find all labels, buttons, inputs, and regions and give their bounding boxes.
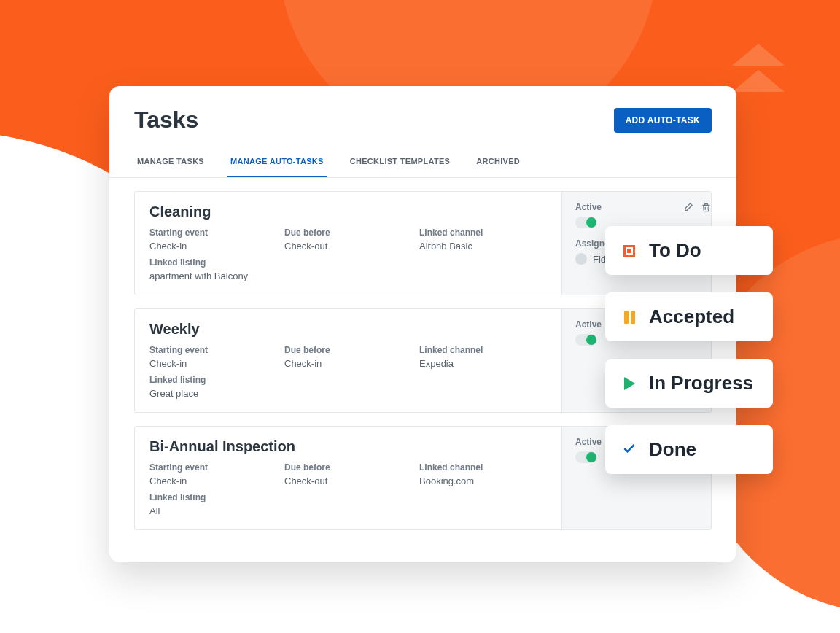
status-chip-todo[interactable]: To Do — [605, 226, 773, 275]
status-chips: To Do Accepted In Progress Done — [605, 226, 773, 474]
tabs: MANAGE TASKS MANAGE AUTO-TASKS CHECKLIST… — [109, 149, 736, 178]
active-toggle[interactable] — [575, 451, 597, 463]
task-title: Cleaning — [149, 203, 547, 220]
tab-archived[interactable]: ARCHIVED — [473, 149, 523, 177]
trash-icon[interactable] — [701, 202, 712, 213]
field-label: Linked channel — [419, 345, 547, 355]
field-value: Check-out — [284, 475, 412, 486]
task-title: Weekly — [149, 321, 547, 338]
status-label: To Do — [649, 239, 701, 262]
tab-checklist-templates[interactable]: CHECKLIST TEMPLATES — [347, 149, 454, 177]
tab-manage-tasks[interactable]: MANAGE TASKS — [134, 149, 207, 177]
field-label: Due before — [284, 228, 412, 238]
field-value: Airbnb Basic — [419, 241, 547, 252]
field-value: All — [149, 505, 277, 516]
task-title: Bi-Annual Inspection — [149, 438, 547, 455]
field-value: Check-in — [149, 358, 277, 369]
field-value: Check-out — [284, 241, 412, 252]
field-label: Due before — [284, 462, 412, 473]
field-value: Check-in — [149, 475, 277, 486]
active-toggle[interactable] — [575, 334, 597, 346]
status-chip-in-progress[interactable]: In Progress — [605, 359, 773, 408]
status-label: Accepted — [649, 306, 734, 328]
field-value: Check-in — [284, 358, 412, 369]
active-toggle[interactable] — [575, 217, 597, 228]
field-label: Linked channel — [419, 228, 547, 238]
page-title: Tasks — [134, 106, 198, 133]
field-label: Linked listing — [149, 492, 277, 502]
add-auto-task-button[interactable]: ADD AUTO-TASK — [614, 108, 712, 133]
tab-manage-auto-tasks[interactable]: MANAGE AUTO-TASKS — [228, 149, 327, 177]
field-label: Linked listing — [149, 375, 277, 385]
field-label: Starting event — [149, 345, 277, 355]
check-icon — [621, 442, 637, 458]
status-label: Done — [649, 438, 696, 461]
edit-icon[interactable] — [682, 202, 693, 213]
chevron-up-icon — [732, 44, 798, 96]
status-label: In Progress — [649, 372, 753, 395]
field-label: Starting event — [149, 228, 277, 238]
field-value: Booking.com — [419, 475, 547, 486]
status-chip-accepted[interactable]: Accepted — [605, 292, 773, 341]
field-label: Starting event — [149, 462, 277, 473]
todo-icon — [621, 243, 637, 259]
play-icon — [621, 376, 637, 392]
status-chip-done[interactable]: Done — [605, 425, 773, 474]
avatar — [575, 253, 587, 265]
field-value: Check-in — [149, 241, 277, 252]
field-value: Great place — [149, 388, 277, 399]
field-value: Expedia — [419, 358, 547, 369]
field-label: Linked channel — [419, 462, 547, 473]
field-label: Linked listing — [149, 257, 277, 268]
field-label: Due before — [284, 345, 412, 355]
pause-icon — [621, 309, 637, 325]
field-value: apartment with Balcony — [149, 271, 277, 281]
